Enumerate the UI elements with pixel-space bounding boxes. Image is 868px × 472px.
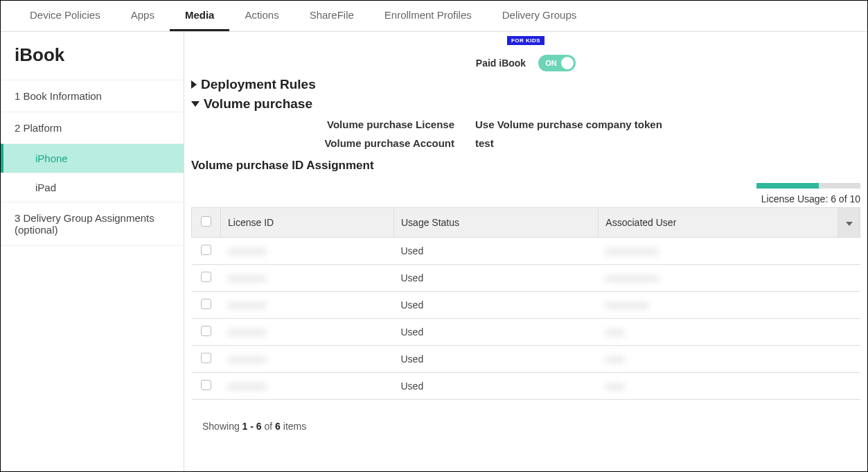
deployment-rules-label: Deployment Rules — [201, 77, 316, 92]
paid-ibook-toggle[interactable]: ON — [538, 55, 576, 71]
vp-id-assignment-heading: Volume purchase ID Assignment — [191, 159, 860, 173]
col-usage-status[interactable]: Usage Status — [394, 208, 599, 238]
toggle-on-text: ON — [545, 59, 557, 67]
table-row[interactable]: xxxxxxxxUsedxxxxxxxxxxx — [192, 238, 860, 265]
sidebar: iBook 1 Book Information 2 Platform iPho… — [1, 32, 184, 472]
usage-status-cell: Used — [394, 292, 599, 319]
tab-apps[interactable]: Apps — [116, 1, 170, 31]
col-menu[interactable] — [838, 208, 860, 238]
table-footer: Showing 1 - 6 of 6 items — [202, 421, 860, 432]
for-kids-badge: FOR KIDS — [507, 36, 544, 45]
tab-media[interactable]: Media — [170, 1, 230, 31]
associated-user-cell: xxxx — [605, 381, 625, 392]
tab-device-policies[interactable]: Device Policies — [15, 1, 116, 31]
col-associated-user[interactable]: Associated User — [599, 208, 838, 238]
row-checkbox[interactable] — [201, 326, 211, 336]
associated-user-cell: xxxxxxxxx — [605, 299, 649, 311]
top-tabs: Device Policies Apps Media Actions Share… — [1, 1, 867, 32]
associated-user-cell: xxxx — [605, 353, 625, 365]
table-row[interactable]: xxxxxxxxUsedxxxx — [192, 373, 860, 400]
sidebar-item-platform[interactable]: 2 Platform — [1, 112, 184, 143]
section-volume-purchase[interactable]: Volume purchase — [191, 96, 860, 112]
license-usage-bar — [756, 183, 860, 189]
table-row[interactable]: xxxxxxxxUsedxxxx — [192, 346, 860, 373]
row-checkbox[interactable] — [201, 245, 211, 255]
license-id-cell: xxxxxxxx — [228, 245, 267, 256]
vp-license-label: Volume purchase License — [191, 119, 475, 130]
usage-status-cell: Used — [394, 373, 599, 400]
tab-sharefile[interactable]: ShareFile — [294, 1, 369, 31]
license-table: License ID Usage Status Associated User … — [191, 207, 860, 400]
sidebar-title: iBook — [1, 32, 184, 80]
table-row[interactable]: xxxxxxxxUsedxxxxxxxxxxx — [192, 265, 860, 292]
vp-account-label: Volume purchase Account — [191, 137, 475, 149]
section-deployment-rules[interactable]: Deployment Rules — [191, 77, 860, 92]
toggle-knob — [561, 57, 574, 69]
usage-status-cell: Used — [394, 346, 599, 373]
license-id-cell: xxxxxxxx — [228, 326, 267, 338]
chevron-down-icon — [191, 101, 200, 107]
tab-actions[interactable]: Actions — [229, 1, 294, 31]
associated-user-cell: xxxx — [605, 326, 625, 338]
license-id-cell: xxxxxxxx — [228, 299, 267, 311]
row-checkbox[interactable] — [201, 353, 211, 363]
sidebar-sub-ipad[interactable]: iPad — [1, 173, 184, 202]
select-all-checkbox[interactable] — [201, 216, 211, 227]
license-id-cell: xxxxxxxx — [228, 272, 267, 283]
usage-status-cell: Used — [394, 265, 599, 292]
license-id-cell: xxxxxxxx — [228, 353, 267, 365]
paid-ibook-label: Paid iBook — [476, 58, 526, 69]
vp-account-value: test — [475, 137, 494, 149]
associated-user-cell: xxxxxxxxxxx — [605, 272, 659, 283]
tab-delivery-groups[interactable]: Delivery Groups — [487, 1, 592, 31]
table-row[interactable]: xxxxxxxxUsedxxxx — [192, 319, 860, 346]
chevron-down-icon — [846, 222, 853, 226]
license-usage-text: License Usage: 6 of 10 — [191, 193, 860, 204]
license-usage-fill — [756, 183, 819, 189]
chevron-right-icon — [191, 80, 197, 89]
row-checkbox[interactable] — [201, 380, 211, 390]
usage-status-cell: Used — [394, 319, 599, 346]
row-checkbox[interactable] — [201, 299, 211, 309]
table-row[interactable]: xxxxxxxxUsedxxxxxxxxx — [192, 292, 860, 319]
associated-user-cell: xxxxxxxxxxx — [605, 245, 659, 256]
content-panel: FOR KIDS Paid iBook ON Deployment Rules … — [184, 32, 867, 472]
col-license-id[interactable]: License ID — [221, 208, 394, 238]
tab-enrollment-profiles[interactable]: Enrollment Profiles — [369, 1, 487, 31]
sidebar-item-book-information[interactable]: 1 Book Information — [1, 80, 184, 112]
sidebar-sub-iphone[interactable]: iPhone — [1, 143, 184, 173]
usage-status-cell: Used — [394, 238, 599, 265]
vp-license-value: Use Volume purchase company token — [475, 119, 662, 130]
sidebar-item-delivery-group-assignments[interactable]: 3 Delivery Group Assignments (optional) — [1, 202, 184, 246]
row-checkbox[interactable] — [201, 272, 211, 282]
volume-purchase-label: Volume purchase — [204, 96, 312, 112]
license-id-cell: xxxxxxxx — [228, 381, 267, 392]
